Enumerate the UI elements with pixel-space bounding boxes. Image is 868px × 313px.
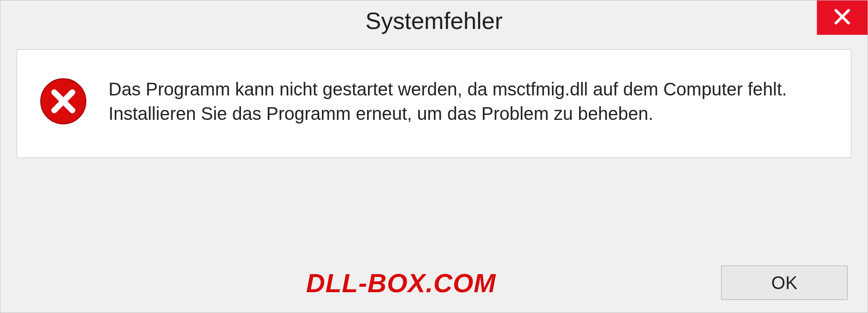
close-button[interactable] (817, 0, 868, 35)
ok-button[interactable]: OK (721, 266, 848, 300)
close-icon (833, 8, 851, 28)
dialog-footer: DLL-BOX.COM OK (0, 266, 868, 300)
watermark-text: DLL-BOX.COM (306, 268, 496, 298)
error-dialog: Systemfehler Das Programm kann nicht ges… (0, 0, 868, 313)
error-icon (40, 78, 87, 125)
titlebar: Systemfehler (0, 0, 868, 41)
dialog-title: Systemfehler (365, 7, 502, 34)
content-panel: Das Programm kann nicht gestartet werden… (17, 49, 851, 158)
error-message: Das Programm kann nicht gestartet werden… (108, 77, 828, 126)
